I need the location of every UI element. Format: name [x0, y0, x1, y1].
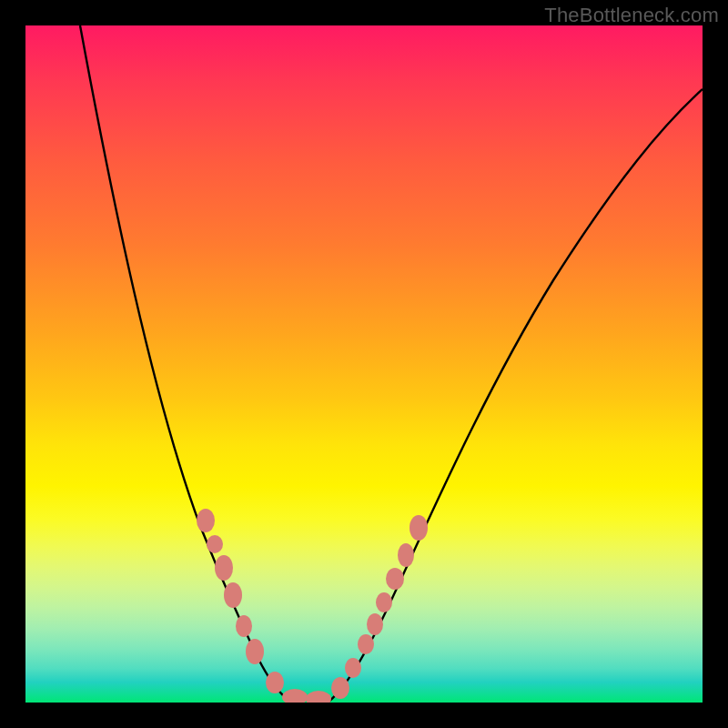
chart-frame: TheBottleneck.com — [0, 0, 728, 728]
marker-group — [197, 509, 428, 703]
marker — [386, 568, 404, 590]
marker — [358, 634, 374, 654]
marker — [197, 509, 215, 532]
plot-area — [25, 25, 703, 703]
marker — [236, 615, 252, 637]
marker — [282, 689, 308, 703]
marker — [246, 639, 264, 664]
marker — [410, 515, 428, 541]
left-curve — [80, 25, 298, 703]
marker — [306, 691, 331, 703]
chart-svg — [25, 25, 703, 703]
marker — [266, 672, 284, 693]
watermark-text: TheBottleneck.com — [544, 4, 719, 27]
marker — [398, 543, 414, 567]
marker — [215, 555, 233, 581]
marker — [224, 582, 242, 608]
marker — [345, 658, 361, 678]
marker — [331, 677, 349, 699]
marker — [376, 592, 392, 612]
marker — [367, 613, 383, 635]
marker — [207, 535, 223, 553]
